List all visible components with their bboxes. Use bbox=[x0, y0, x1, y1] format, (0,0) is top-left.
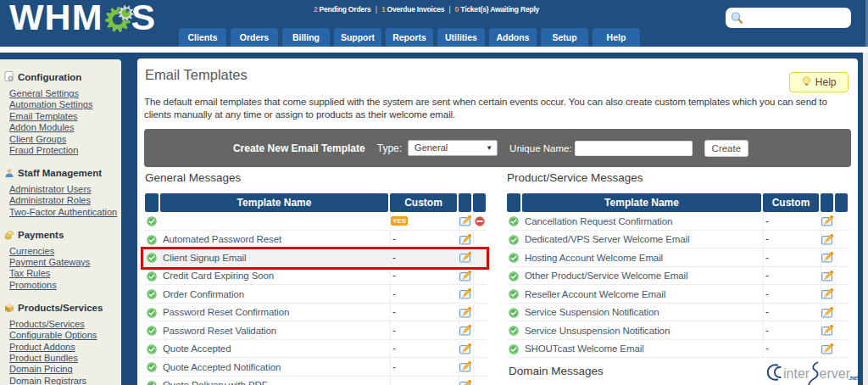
svg-text:inter: inter bbox=[783, 366, 810, 381]
svg-text:.net: .net bbox=[849, 375, 860, 381]
svg-text:erver: erver bbox=[820, 366, 851, 381]
